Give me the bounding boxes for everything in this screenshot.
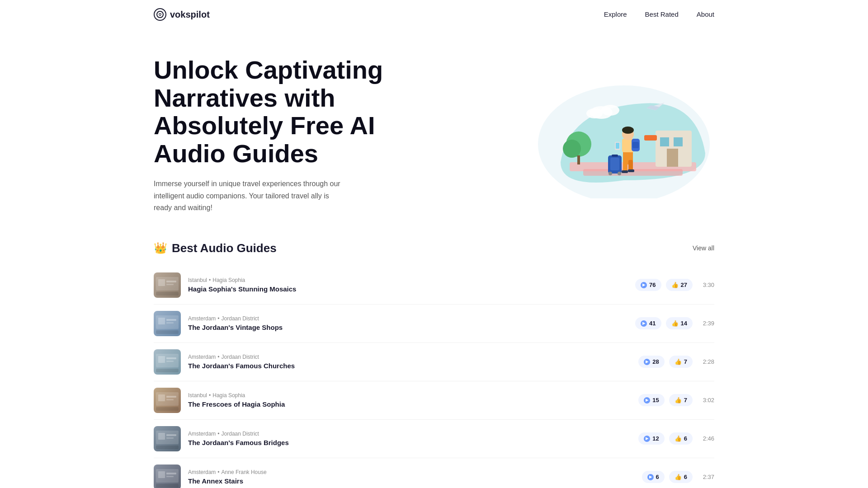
svg-point-32 (586, 108, 603, 118)
list-item[interactable]: Amsterdam•Jordaan District The Jordaan's… (154, 343, 714, 381)
likes-badge: 👍 7 (669, 356, 693, 368)
guide-name: The Jordaan's Famous Bridges (188, 439, 631, 446)
svg-point-0 (157, 11, 163, 18)
play-icon: ▶ (647, 474, 654, 480)
guide-city: Istanbul (188, 277, 207, 283)
guide-list: Istanbul•Hagia Sophia Hagia Sophia's Stu… (154, 266, 714, 488)
list-item[interactable]: Amsterdam•Jordaan District The Jordaan's… (154, 305, 714, 343)
svg-point-19 (622, 127, 634, 134)
svg-rect-15 (622, 170, 628, 173)
svg-rect-50 (156, 369, 179, 372)
guide-info: Amsterdam•Jordaan District The Jordaan's… (188, 354, 631, 370)
svg-rect-55 (166, 399, 174, 400)
nav-links: Explore Best Rated About (604, 10, 714, 19)
guide-thumbnail (154, 388, 181, 413)
guide-district: Jordaan District (222, 354, 259, 360)
play-count: 6 (656, 474, 659, 480)
guide-thumbnail (154, 311, 181, 336)
like-icon: 👍 (671, 282, 679, 288)
guide-location: Amsterdam•Jordaan District (188, 315, 628, 322)
guide-location: Istanbul•Hagia Sophia (188, 277, 628, 283)
list-item[interactable]: Amsterdam•Anne Frank House The Annex Sta… (154, 458, 714, 488)
plays-badge: ▶ 12 (638, 432, 664, 445)
play-count: 76 (649, 282, 656, 288)
logo[interactable]: vokspilot (154, 8, 210, 21)
like-icon: 👍 (675, 358, 682, 365)
svg-rect-11 (667, 149, 678, 167)
section-header: 👑 Best Audio Guides View all (154, 241, 714, 255)
like-count: 7 (684, 397, 687, 404)
svg-rect-26 (612, 155, 618, 157)
svg-rect-49 (166, 361, 174, 362)
svg-rect-7 (577, 155, 580, 164)
logo-icon (154, 8, 166, 21)
guide-info: Amsterdam•Jordaan District The Jordaan's… (188, 315, 628, 331)
guide-district: Jordaan District (222, 315, 259, 322)
list-item[interactable]: Amsterdam•Jordaan District The Jordaan's… (154, 420, 714, 458)
svg-point-28 (618, 172, 621, 175)
svg-rect-65 (158, 471, 165, 478)
svg-rect-9 (660, 137, 669, 146)
svg-rect-44 (156, 330, 179, 334)
hero-section: Unlock Captivating Narratives with Absol… (0, 29, 868, 232)
guide-info: Istanbul•Hagia Sophia Hagia Sophia's Stu… (188, 277, 628, 293)
likes-badge: 👍 14 (666, 317, 693, 329)
play-count: 15 (652, 397, 659, 404)
guide-city: Amsterdam (188, 315, 216, 322)
logo-text: vokspilot (170, 9, 210, 20)
svg-point-6 (563, 140, 581, 158)
best-guides-section: 👑 Best Audio Guides View all Istanbul•Ha… (0, 232, 868, 488)
guide-duration: 3:30 (697, 282, 714, 288)
view-all-link[interactable]: View all (693, 244, 714, 252)
likes-badge: 👍 6 (669, 471, 693, 483)
svg-rect-62 (156, 446, 179, 449)
section-title-text: Best Audio Guides (172, 241, 277, 255)
guide-district: Hagia Sophia (212, 392, 245, 399)
plays-badge: ▶ 15 (638, 394, 664, 406)
svg-rect-56 (156, 407, 179, 411)
like-count: 27 (681, 282, 687, 288)
hero-text: Unlock Captivating Narratives with Absol… (154, 56, 407, 214)
svg-rect-61 (166, 437, 174, 439)
guide-meta: ▶ 12 👍 6 2:46 (638, 432, 714, 445)
svg-rect-42 (166, 319, 176, 321)
guide-thumbnail (154, 426, 181, 451)
guide-duration: 2:39 (697, 320, 714, 327)
like-icon: 👍 (675, 435, 682, 442)
svg-rect-10 (674, 137, 683, 146)
play-count: 41 (649, 320, 656, 327)
plays-badge: ▶ 6 (642, 471, 665, 483)
guide-city: Amsterdam (188, 469, 216, 475)
svg-rect-37 (166, 284, 174, 285)
guide-district: Jordaan District (222, 431, 259, 437)
svg-rect-60 (166, 434, 176, 436)
likes-badge: 👍 6 (669, 432, 693, 445)
nav-explore[interactable]: Explore (604, 10, 627, 18)
nav-about[interactable]: About (697, 10, 714, 18)
section-title: 👑 Best Audio Guides (154, 241, 277, 255)
guide-meta: ▶ 6 👍 6 2:37 (642, 471, 714, 483)
svg-rect-29 (644, 135, 657, 141)
svg-rect-43 (166, 322, 174, 324)
svg-rect-41 (158, 318, 165, 324)
like-icon: 👍 (675, 474, 682, 480)
guide-location: Amsterdam•Jordaan District (188, 431, 631, 437)
guide-duration: 3:02 (697, 397, 714, 404)
like-count: 7 (684, 358, 687, 365)
guide-thumbnail (154, 272, 181, 298)
like-icon: 👍 (675, 397, 682, 404)
svg-rect-38 (156, 292, 179, 296)
plays-badge: ▶ 41 (635, 317, 661, 329)
hero-title: Unlock Captivating Narratives with Absol… (154, 56, 407, 167)
guide-meta: ▶ 15 👍 7 3:02 (638, 394, 714, 406)
svg-rect-35 (158, 279, 165, 286)
svg-rect-23 (616, 143, 619, 149)
hero-subtitle: Immerse yourself in unique travel experi… (154, 178, 344, 214)
guide-info: Amsterdam•Jordaan District The Jordaan's… (188, 431, 631, 446)
like-count: 6 (684, 435, 687, 442)
nav-best-rated[interactable]: Best Rated (645, 10, 679, 18)
list-item[interactable]: Istanbul•Hagia Sophia Hagia Sophia's Stu… (154, 266, 714, 305)
list-item[interactable]: Istanbul•Hagia Sophia The Frescoes of Ha… (154, 381, 714, 420)
crown-icon: 👑 (154, 242, 167, 254)
svg-rect-21 (632, 142, 639, 148)
